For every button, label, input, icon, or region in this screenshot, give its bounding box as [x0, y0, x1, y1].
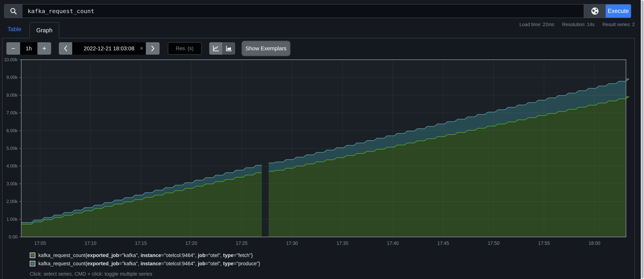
search-icon-cell: [4, 4, 22, 18]
legend-series-row[interactable]: kafka_request_count{exported_job="kafka"…: [30, 251, 260, 260]
scrollbar-thumb[interactable]: [641, 0, 644, 279]
query-input[interactable]: [22, 4, 584, 18]
legend: kafka_request_count{exported_job="kafka"…: [30, 251, 260, 268]
stacked-chart-icon: [225, 45, 232, 52]
chevron-left-icon: [63, 45, 68, 52]
line-chart-icon: [212, 45, 219, 52]
time-value: 2022-12-21 18:03:08: [84, 45, 134, 52]
time-back-button[interactable]: [59, 42, 72, 55]
metrics-explorer-button[interactable]: [584, 4, 606, 18]
range-decrement-button[interactable]: −: [6, 42, 20, 55]
clear-time-icon[interactable]: ×: [140, 45, 143, 52]
query-bar: Execute: [4, 4, 631, 18]
legend-series-row[interactable]: kafka_request_count{exported_job="kafka"…: [30, 260, 260, 268]
series-label: kafka_request_count{exported_job="kafka"…: [38, 261, 260, 267]
show-exemplars-button[interactable]: Show Exemplars: [242, 42, 290, 55]
range-input[interactable]: 1h: [20, 42, 38, 55]
legend-hint: Click: select series, CMD + click: toggl…: [30, 271, 152, 277]
stacked-chart-toggle-button[interactable]: [222, 42, 235, 55]
series-color-swatch: [30, 261, 35, 267]
search-icon: [10, 7, 17, 15]
execute-button[interactable]: Execute: [606, 4, 631, 18]
tab-graph[interactable]: Graph: [30, 22, 59, 38]
chevron-right-icon: [150, 45, 156, 52]
globe-icon: [590, 7, 599, 15]
tab-table[interactable]: Table: [8, 26, 22, 33]
range-increment-button[interactable]: +: [38, 42, 51, 55]
query-stats: Load time: 22msResolution: 14sResult ser…: [512, 22, 635, 27]
tab-content-panel: [2, 38, 635, 279]
time-forward-button[interactable]: [146, 42, 160, 55]
scrollbar[interactable]: [641, 0, 644, 279]
resolution: Resolution: 14s: [562, 22, 594, 27]
series-label: kafka_request_count{exported_job="kafka"…: [38, 253, 253, 258]
result-series: Result series: 2: [602, 22, 635, 27]
series-color-swatch: [30, 253, 35, 258]
resolution-input[interactable]: [168, 42, 202, 55]
line-chart-toggle-button[interactable]: [209, 42, 222, 55]
load-time: Load time: 22ms: [520, 22, 554, 27]
time-input[interactable]: 2022-12-21 18:03:08 ×: [72, 42, 146, 55]
